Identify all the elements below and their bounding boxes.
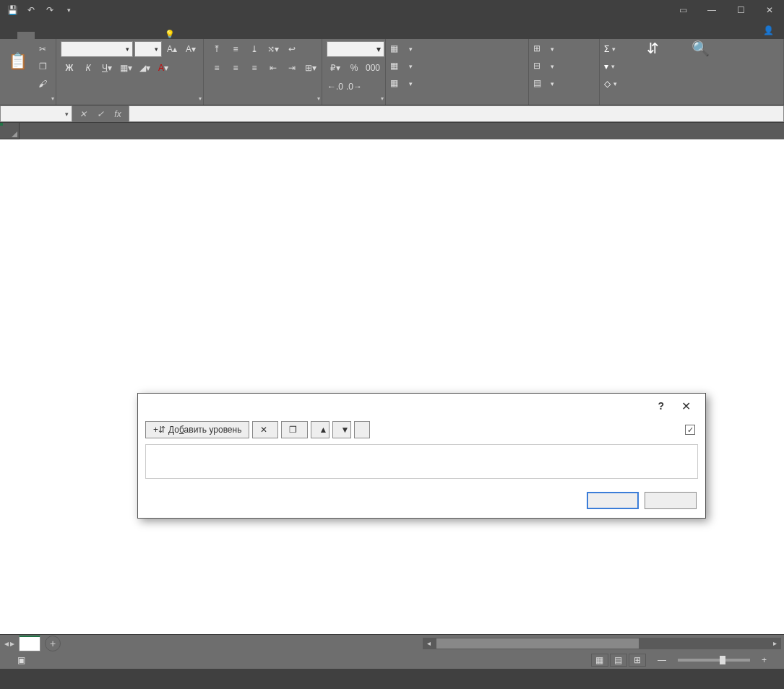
font-color-button[interactable]: A▾ <box>155 60 172 76</box>
font-name-select[interactable]: ▾ <box>61 41 133 57</box>
insert-cells-button[interactable]: ⊞▾ <box>533 41 554 57</box>
borders-button[interactable]: ▦▾ <box>117 60 134 76</box>
find-select-button[interactable]: 🔍 <box>679 41 721 89</box>
share-button[interactable]: 👤 <box>756 22 784 39</box>
ok-button[interactable] <box>587 492 639 509</box>
maximize-button[interactable]: ☐ <box>726 0 755 20</box>
titlebar: 💾 ↶ ↷ ▾ ▭ — ☐ ✕ <box>0 0 784 20</box>
scroll-right-button[interactable]: ▸ <box>768 638 781 649</box>
dialog-help-button[interactable]: ? <box>652 397 670 415</box>
number-format-select[interactable]: ▾ <box>327 41 384 57</box>
view-page-layout-button[interactable]: ▤ <box>610 654 627 667</box>
zoom-slider[interactable] <box>678 659 750 662</box>
name-box[interactable]: ▾ <box>0 105 72 122</box>
worksheet-grid[interactable] <box>0 123 784 634</box>
conditional-formatting-button[interactable]: ▦▾ <box>390 41 413 57</box>
align-top-button[interactable]: ⤒ <box>208 41 225 57</box>
cut-button[interactable]: ✂ <box>34 41 51 57</box>
brush-icon: 🖌 <box>38 79 47 89</box>
scroll-left-button[interactable]: ◂ <box>423 638 436 649</box>
copy-button[interactable]: ❐ <box>34 58 51 74</box>
headers-checkbox[interactable]: ✓ <box>685 425 698 435</box>
add-level-button[interactable]: +⇵Добавить уровень <box>145 421 249 438</box>
group-styles: ▦▾ ▦▾ ▦▾ <box>386 39 529 105</box>
delete-level-button[interactable]: ✕ <box>252 421 278 438</box>
cell-styles-button[interactable]: ▦▾ <box>390 76 413 92</box>
align-middle-button[interactable]: ≡ <box>227 41 244 57</box>
formula-input[interactable] <box>129 105 784 122</box>
increase-indent-button[interactable]: ⇥ <box>283 60 301 76</box>
align-center-button[interactable]: ≡ <box>227 60 244 76</box>
next-sheet-button[interactable]: ▸ <box>10 638 14 649</box>
move-up-button[interactable]: ▲ <box>311 421 329 438</box>
tab-home[interactable] <box>17 32 35 39</box>
tab-file[interactable] <box>0 32 17 39</box>
macro-record-icon[interactable]: ▣ <box>17 655 25 665</box>
autosum-button[interactable]: Σ▾ <box>604 41 626 57</box>
fill-color-button[interactable]: ◢▾ <box>136 60 153 76</box>
copy-icon: ❐ <box>39 61 47 72</box>
delete-cells-button[interactable]: ⊟▾ <box>533 58 554 74</box>
paste-button[interactable]: 📋 <box>4 41 31 82</box>
zoom-out-button[interactable]: — <box>658 655 666 665</box>
ribbon-options-button[interactable]: ▭ <box>668 0 697 20</box>
fx-button[interactable]: fx <box>110 107 126 121</box>
decrease-font-button[interactable]: A▾ <box>182 41 199 57</box>
move-down-button[interactable]: ▼ <box>332 421 351 438</box>
minimize-button[interactable]: — <box>697 0 726 20</box>
bold-button[interactable]: Ж <box>61 60 78 76</box>
enter-formula-button[interactable]: ✓ <box>92 107 108 121</box>
cancel-formula-button[interactable]: ✕ <box>75 107 91 121</box>
tab-view[interactable] <box>121 32 139 39</box>
sort-filter-button[interactable]: ⇵ <box>630 41 675 89</box>
format-as-table-button[interactable]: ▦▾ <box>390 58 413 74</box>
tab-page-layout[interactable] <box>52 32 69 39</box>
format-painter-button[interactable]: 🖌 <box>34 76 51 92</box>
redo-button[interactable]: ↷ <box>42 2 58 18</box>
lightbulb-icon: 💡 <box>165 30 175 39</box>
save-button[interactable]: 💾 <box>4 2 20 18</box>
close-button[interactable]: ✕ <box>755 0 784 20</box>
select-all-corner[interactable] <box>0 123 20 139</box>
underline-button[interactable]: Ч▾ <box>98 60 116 76</box>
align-right-button[interactable]: ≡ <box>246 60 263 76</box>
orientation-button[interactable]: ⤭▾ <box>264 41 282 57</box>
group-label-editing <box>604 102 779 103</box>
undo-button[interactable]: ↶ <box>23 2 39 18</box>
zoom-in-button[interactable]: + <box>762 655 767 665</box>
tab-data[interactable] <box>87 32 104 39</box>
fill-button[interactable]: ▾▾ <box>604 58 626 74</box>
decrease-indent-button[interactable]: ⇤ <box>264 60 282 76</box>
view-page-break-button[interactable]: ⊞ <box>629 654 646 667</box>
tab-formulas[interactable] <box>69 32 87 39</box>
align-left-button[interactable]: ≡ <box>208 60 225 76</box>
format-cells-button[interactable]: ▤▾ <box>533 76 554 92</box>
horizontal-scrollbar[interactable]: ◂ ▸ <box>420 638 785 649</box>
align-bottom-button[interactable]: ⤓ <box>246 41 263 57</box>
clear-button[interactable]: ◇▾ <box>604 76 626 92</box>
dialog-close-button[interactable]: ✕ <box>676 396 697 416</box>
increase-decimal-button[interactable]: ←.0 <box>327 79 344 95</box>
merge-button[interactable]: ⊞▾ <box>302 60 319 76</box>
prev-sheet-button[interactable]: ◂ <box>4 638 9 649</box>
copy-level-button[interactable]: ❐ <box>281 421 308 438</box>
percent-button[interactable]: % <box>345 60 363 76</box>
view-normal-button[interactable]: ▦ <box>591 654 608 667</box>
qat-customize[interactable]: ▾ <box>61 2 77 18</box>
decrease-decimal-button[interactable]: .0→ <box>345 79 363 95</box>
tab-developer[interactable] <box>139 32 156 39</box>
wrap-text-button[interactable]: ↩ <box>283 41 301 57</box>
tab-insert[interactable] <box>35 32 52 39</box>
italic-button[interactable]: К <box>79 60 97 76</box>
comma-button[interactable]: 000 <box>364 60 382 76</box>
add-sheet-button[interactable]: + <box>45 636 61 651</box>
sheet-tab-active[interactable] <box>19 636 40 651</box>
tab-review[interactable] <box>104 32 121 39</box>
cancel-button[interactable] <box>645 492 697 509</box>
currency-button[interactable]: ₽▾ <box>327 60 344 76</box>
font-size-select[interactable]: ▾ <box>134 41 162 57</box>
scissors-icon: ✂ <box>39 44 46 54</box>
tell-me-search[interactable]: 💡 <box>156 30 756 39</box>
increase-font-button[interactable]: A▴ <box>163 41 181 57</box>
sort-options-button[interactable] <box>354 421 370 438</box>
